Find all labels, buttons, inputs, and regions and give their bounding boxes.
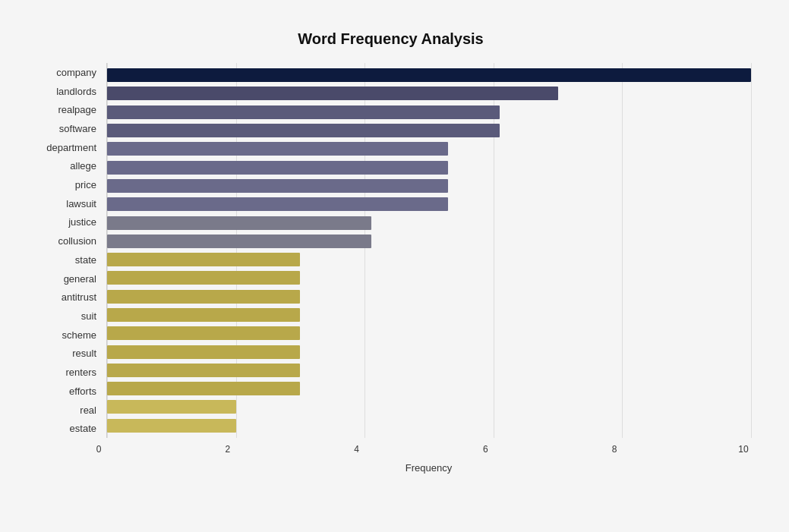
y-label: estate — [70, 419, 103, 438]
y-label: scheme — [62, 326, 103, 345]
bar — [107, 382, 300, 395]
bar — [107, 419, 236, 433]
y-label: collusion — [58, 231, 103, 250]
bar-row — [107, 232, 751, 250]
bar-row — [107, 398, 751, 416]
y-label: allege — [70, 157, 103, 176]
bars-wrapper — [107, 63, 751, 438]
x-axis: 0246810 — [106, 444, 751, 459]
bar-row — [107, 379, 751, 398]
bar — [107, 326, 300, 340]
x-tick: 8 — [607, 444, 622, 455]
bar-row — [107, 140, 751, 158]
y-label: department — [46, 138, 103, 157]
bar-row — [107, 269, 751, 287]
bar — [107, 400, 236, 414]
bar — [107, 253, 300, 266]
y-label: efforts — [69, 382, 103, 401]
bar — [107, 308, 300, 322]
y-label: company — [56, 63, 103, 82]
bar-row — [107, 342, 751, 360]
bar-row — [107, 306, 751, 324]
bar-row — [107, 66, 751, 84]
bar-row — [107, 177, 751, 195]
chart-area: companylandlordsrealpagesoftwaredepartme… — [30, 63, 751, 474]
y-label: landlords — [56, 82, 103, 101]
y-label: general — [64, 269, 103, 288]
bar — [107, 68, 751, 82]
y-labels: companylandlordsrealpagesoftwaredepartme… — [30, 63, 106, 438]
x-tick: 10 — [736, 444, 751, 455]
bars-and-grid — [106, 63, 751, 438]
bar-row — [107, 250, 751, 269]
y-label: renters — [66, 363, 103, 382]
y-label: lawsuit — [66, 194, 103, 213]
bar-row — [107, 103, 751, 121]
y-label: price — [75, 175, 103, 194]
chart-container: Word Frequency Analysis companylandlords… — [15, 15, 774, 532]
bar — [107, 271, 300, 285]
bar-row — [107, 121, 751, 140]
y-label: result — [72, 345, 103, 364]
bar — [107, 216, 371, 230]
bar — [107, 179, 448, 193]
y-label: realpage — [58, 100, 103, 119]
bar — [107, 290, 300, 304]
bar-row — [107, 158, 751, 176]
bar — [107, 87, 558, 100]
y-label: software — [59, 119, 103, 138]
y-label: state — [75, 250, 103, 269]
bar-row — [107, 195, 751, 213]
y-label: suit — [81, 307, 103, 326]
bars-section: companylandlordsrealpagesoftwaredepartme… — [30, 63, 751, 438]
bar-row — [107, 324, 751, 342]
x-axis-label: Frequency — [106, 462, 751, 474]
bar — [107, 345, 300, 359]
bar — [107, 142, 448, 156]
x-tick: 0 — [91, 444, 106, 455]
bar — [107, 161, 448, 175]
chart-title: Word Frequency Analysis — [30, 30, 751, 48]
bar — [107, 124, 500, 137]
x-tick: 4 — [349, 444, 365, 455]
bar-row — [107, 288, 751, 306]
x-tick: 2 — [220, 444, 235, 455]
y-label: justice — [68, 213, 103, 232]
grid-line — [751, 63, 752, 438]
bar-row — [107, 417, 751, 435]
x-tick: 6 — [478, 444, 493, 455]
x-ticks: 0246810 — [106, 444, 751, 459]
bar-row — [107, 361, 751, 379]
bar — [107, 364, 300, 377]
y-label: real — [80, 401, 103, 420]
bar — [107, 105, 500, 119]
bar-row — [107, 84, 751, 102]
bar — [107, 197, 448, 211]
bar — [107, 235, 371, 248]
bar-row — [107, 213, 751, 231]
y-label: antitrust — [62, 288, 103, 307]
